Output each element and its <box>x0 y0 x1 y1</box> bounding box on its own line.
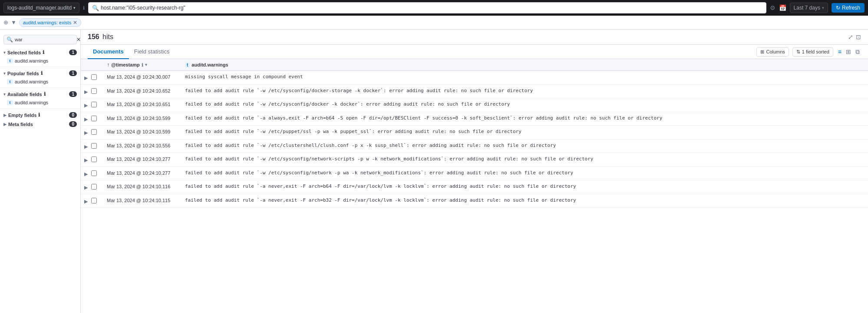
row-expand-icon[interactable]: ▶ <box>84 102 88 109</box>
selected-field-auditd-warnings[interactable]: t auditd.warnings <box>0 57 80 65</box>
selected-fields-label: Selected fields <box>7 50 41 55</box>
row-checkbox[interactable] <box>91 156 100 162</box>
row-timestamp: Mar 13, 2024 @ 10:24:10.116 <box>107 183 185 190</box>
row-checkbox-input[interactable] <box>91 116 97 121</box>
filter-tag-close-icon[interactable]: ✕ <box>73 20 77 26</box>
available-fields-chevron-icon: ▾ <box>3 92 6 97</box>
row-checkbox-input[interactable] <box>91 74 97 80</box>
table-row: ▶ ✎ Mar 13, 2024 @ 10:24:10.556 failed t… <box>81 140 868 153</box>
available-field-auditd-warnings[interactable]: t auditd.warnings <box>0 99 80 107</box>
settings-icon[interactable]: ⚙ <box>770 4 776 11</box>
selected-fields-chevron-icon: ▾ <box>3 50 6 55</box>
refresh-button[interactable]: ↻ Refresh <box>832 3 865 13</box>
row-checkbox-input[interactable] <box>91 198 97 203</box>
selected-fields-header[interactable]: ▾ Selected fields ℹ 1 <box>0 48 80 57</box>
time-chevron-icon: ▾ <box>822 6 824 10</box>
row-checkbox-input[interactable] <box>91 170 97 176</box>
row-edit: ✎ <box>100 101 107 109</box>
popular-fields-info-icon: ℹ <box>41 70 43 76</box>
row-edit: ✎ <box>100 197 107 205</box>
empty-fields-header[interactable]: ▶ Empty fields ℹ 0 <box>0 110 80 120</box>
popular-field-auditd-warnings[interactable]: t auditd.warnings <box>0 78 80 86</box>
row-message: failed to add audit rule `-w /etc/puppet… <box>185 128 865 136</box>
row-checkbox-input[interactable] <box>91 156 97 162</box>
list-view-icon[interactable]: ≡ <box>837 47 843 57</box>
columns-button[interactable]: ⊞ Columns <box>756 47 789 57</box>
row-checkbox[interactable] <box>91 142 100 149</box>
row-edit: ✎ <box>100 142 107 150</box>
tab-documents[interactable]: Documents <box>88 45 129 59</box>
row-checkbox-input[interactable] <box>91 184 97 190</box>
row-edit: ✎ <box>100 87 107 96</box>
row-expand-icon[interactable]: ▶ <box>84 143 88 150</box>
header-timestamp[interactable]: ↑ @timestamp ℹ ▾ <box>107 62 185 68</box>
row-checkbox[interactable] <box>91 115 100 121</box>
popular-fields-header[interactable]: ▾ Popular fields ℹ 1 <box>0 69 80 78</box>
row-expand-icon[interactable]: ▶ <box>84 198 88 205</box>
table-row: ▶ ✎ Mar 13, 2024 @ 10:24:10.599 failed t… <box>81 126 868 140</box>
row-expand-icon[interactable]: ▶ <box>84 88 88 96</box>
available-fields-header[interactable]: ▾ Available fields ℹ 1 <box>0 90 80 99</box>
row-edit: ✎ <box>100 156 107 164</box>
compare-view-icon[interactable]: ⧉ <box>854 47 861 57</box>
main-layout: 🔍 ✕ ▼ 0 ▾ Selected fields ℹ 1 t auditd.w… <box>0 30 868 313</box>
expand-icon[interactable]: ⤢ <box>848 33 853 40</box>
row-message: failed to add audit rule `-a always,exit… <box>185 115 865 122</box>
content-header: 156 hits ⤢ ⊡ <box>81 30 868 45</box>
field-name: auditd.warnings <box>15 58 77 63</box>
field-type-badge: t <box>7 58 13 63</box>
row-expand-icon[interactable]: ▶ <box>84 116 88 123</box>
row-checkbox[interactable] <box>91 170 100 176</box>
row-checkbox[interactable] <box>91 73 100 80</box>
sidebar-divider-3 <box>0 108 80 109</box>
row-expand: ▶ <box>84 142 91 150</box>
filter-tag[interactable]: auditd.warnings: exists ✕ <box>19 18 81 27</box>
time-range-selector[interactable]: Last 7 days ▾ <box>790 3 828 13</box>
fullscreen-icon[interactable]: ⊡ <box>856 33 861 40</box>
info-icon[interactable]: ℹ <box>83 5 85 11</box>
row-message: failed to add audit rule `-w /etc/cluste… <box>185 142 865 150</box>
row-timestamp: Mar 13, 2024 @ 10:24:10.651 <box>107 101 185 108</box>
row-edit: ✎ <box>100 73 107 82</box>
row-checkbox-input[interactable] <box>91 143 97 149</box>
filter-toggle-icon[interactable]: ▼ <box>11 19 17 26</box>
row-checkbox[interactable] <box>91 87 100 94</box>
hits-count: 156 <box>88 33 99 40</box>
index-selector[interactable]: logs-auditd_manager.auditd ▾ <box>3 3 79 13</box>
row-checkbox[interactable] <box>91 128 100 135</box>
row-expand-icon[interactable]: ▶ <box>84 156 88 164</box>
sidebar-search-clear-icon[interactable]: ✕ <box>76 37 81 43</box>
warnings-col-badge: t <box>185 62 190 68</box>
row-checkbox[interactable] <box>91 101 100 107</box>
sort-button[interactable]: ⇅ 1 field sorted <box>792 47 833 57</box>
sidebar-search-input[interactable] <box>15 37 75 42</box>
filter-bar: ⊕ ▼ auditd.warnings: exists ✕ <box>0 16 868 30</box>
row-expand-icon[interactable]: ▶ <box>84 170 88 178</box>
row-edit: ✎ <box>100 183 107 191</box>
row-expand: ▶ <box>84 73 91 82</box>
row-expand-icon[interactable]: ▶ <box>84 184 88 191</box>
sort-icon: ⇅ <box>796 49 800 55</box>
row-expand: ▶ <box>84 170 91 178</box>
empty-fields-count: 0 <box>69 112 77 118</box>
row-expand: ▶ <box>84 156 91 164</box>
row-expand-icon[interactable]: ▶ <box>84 129 88 137</box>
search-input[interactable] <box>101 5 762 11</box>
row-timestamp: Mar 13, 2024 @ 10:24:10.599 <box>107 128 185 136</box>
row-message: failed to add audit rule `-w /etc/syscon… <box>185 170 865 177</box>
row-checkbox[interactable] <box>91 197 100 203</box>
row-timestamp: Mar 13, 2024 @ 10:24:10.115 <box>107 197 185 204</box>
calendar-icon[interactable]: 📅 <box>779 4 786 11</box>
row-checkbox[interactable] <box>91 183 100 190</box>
grid-view-icon[interactable]: ⊞ <box>845 47 852 57</box>
table-row: ▶ ✎ Mar 13, 2024 @ 10:24:10.599 failed t… <box>81 112 868 126</box>
row-expand-icon[interactable]: ▶ <box>84 74 88 82</box>
field-name: auditd.warnings <box>15 79 77 84</box>
row-checkbox-input[interactable] <box>91 102 97 107</box>
row-checkbox-input[interactable] <box>91 129 97 135</box>
tab-field-statistics[interactable]: Field statistics <box>129 45 175 59</box>
columns-label: Columns <box>766 49 785 54</box>
row-checkbox-input[interactable] <box>91 88 97 94</box>
meta-fields-header[interactable]: ▶ Meta fields 0 <box>0 120 80 129</box>
filter-icon[interactable]: ⊕ <box>3 19 8 26</box>
